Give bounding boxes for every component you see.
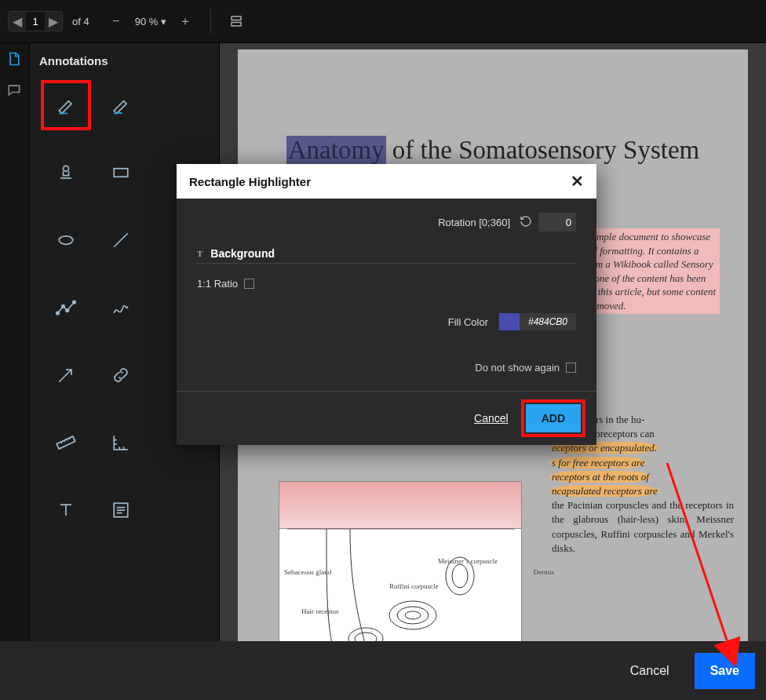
- orange-highlight: ncapsulated receptors are: [552, 485, 658, 497]
- dialog-footer: Cancel ADD: [177, 391, 596, 445]
- add-button-highlight: ADD: [526, 404, 581, 432]
- rotation-spinner: [520, 213, 576, 232]
- figure-label: Hair receptor: [301, 607, 339, 615]
- title-rest: of the Somatosensory System: [386, 136, 700, 164]
- polyline-tool[interactable]: [44, 286, 88, 330]
- ratio-row: 1:1 Ratio: [197, 278, 576, 290]
- text-icon: T: [197, 249, 202, 258]
- svg-rect-1: [232, 23, 241, 27]
- left-rail: [0, 43, 30, 641]
- zoom-in-button[interactable]: ＋: [174, 10, 196, 32]
- rectangle-highlighter-tool[interactable]: [44, 83, 88, 127]
- freehand-tool[interactable]: [99, 286, 143, 330]
- dialog-header: Rectangle Highlighter ✕: [177, 164, 596, 199]
- color-hex: #484CB0: [520, 313, 576, 330]
- svg-point-8: [73, 301, 76, 304]
- bottom-bar: Cancel Save: [0, 641, 766, 700]
- dialog-add-button[interactable]: ADD: [526, 404, 581, 432]
- do-not-show-row: Do not show again: [197, 362, 576, 374]
- save-button[interactable]: Save: [695, 653, 755, 689]
- annotations-title: Annotations: [39, 54, 210, 67]
- document-title: Anatomy of the Somatosensory System: [272, 136, 713, 165]
- ratio-checkbox[interactable]: [244, 279, 254, 289]
- zoom-out-button[interactable]: −: [105, 10, 127, 32]
- line-tool[interactable]: [99, 218, 143, 262]
- note-tool[interactable]: [99, 488, 143, 532]
- figure-label: Dermis: [534, 568, 555, 576]
- fill-color-row: Fill Color #484CB0: [197, 313, 576, 330]
- rectangle-tool[interactable]: [99, 151, 143, 195]
- ratio-label: 1:1 Ratio: [197, 278, 238, 290]
- svg-point-6: [62, 305, 65, 308]
- rotation-reset-icon[interactable]: [520, 215, 534, 229]
- highlighter-tool[interactable]: [99, 83, 143, 127]
- svg-point-4: [59, 236, 73, 245]
- do-not-show-checkbox[interactable]: [566, 363, 576, 373]
- rectangle-highlighter-dialog: Rectangle Highlighter ✕ Rotation [0;360]…: [177, 164, 596, 445]
- svg-point-11: [389, 601, 436, 629]
- layout-icon[interactable]: [225, 10, 247, 32]
- annotations-tab-icon[interactable]: [6, 51, 24, 68]
- stamp-tool[interactable]: [44, 151, 88, 195]
- cancel-button[interactable]: Cancel: [616, 654, 684, 687]
- svg-point-12: [397, 607, 429, 624]
- toolbar-separator: [210, 9, 211, 34]
- do-not-show-label: Do not show again: [475, 362, 560, 374]
- dialog-body: Rotation [0;360] T Background 1:1 Ratio …: [177, 199, 596, 391]
- ruler-tool[interactable]: [44, 421, 88, 465]
- svg-rect-9: [57, 436, 75, 449]
- close-icon[interactable]: ✕: [571, 172, 584, 191]
- zoom-value[interactable]: 90 % ▾: [135, 16, 167, 27]
- text-tool[interactable]: [44, 488, 88, 532]
- svg-point-13: [405, 611, 421, 619]
- figure-label: Meissner’s corpuscle: [438, 557, 498, 565]
- rotation-label: Rotation [0;360]: [438, 217, 510, 228]
- body-line: the Pacinian corpuscles and the receptor…: [552, 499, 734, 554]
- dialog-cancel-button[interactable]: Cancel: [474, 412, 509, 425]
- page-count-label: of 4: [72, 16, 89, 27]
- rotation-row: Rotation [0;360]: [197, 213, 576, 232]
- ellipse-tool[interactable]: [44, 218, 88, 262]
- top-toolbar: ◀ ▶ of 4 − 90 % ▾ ＋: [0, 0, 766, 43]
- orange-highlight: s for free receptors are: [552, 457, 644, 468]
- page-navigator: ◀ ▶: [8, 11, 63, 31]
- svg-point-14: [348, 628, 383, 641]
- figure-label: Ruffini corpuscle: [389, 582, 439, 590]
- svg-point-7: [66, 309, 69, 312]
- svg-rect-0: [232, 16, 241, 20]
- orange-highlight: eceptors or encapsulated.: [552, 442, 657, 454]
- orange-highlight: receptors at the roots of: [552, 471, 649, 483]
- chevron-down-icon: ▾: [161, 16, 166, 27]
- comments-tab-icon[interactable]: [6, 82, 24, 100]
- measure-tool[interactable]: [99, 421, 143, 465]
- background-section-title: T Background: [197, 247, 576, 264]
- anatomy-figure: Dermis Meissner’s corpuscle Sebaceous gl…: [279, 481, 522, 641]
- background-label: Background: [210, 247, 275, 260]
- next-page-button[interactable]: ▶: [45, 12, 62, 31]
- fill-color-swatch[interactable]: #484CB0: [499, 313, 576, 330]
- figure-label: Sebaceous gland: [284, 568, 331, 576]
- arrow-tool[interactable]: [44, 353, 88, 397]
- rotation-input[interactable]: [538, 213, 576, 232]
- color-preview: [499, 313, 520, 330]
- prev-page-button[interactable]: ◀: [9, 12, 26, 31]
- svg-rect-3: [114, 169, 128, 177]
- fill-color-label: Fill Color: [448, 316, 488, 328]
- svg-point-2: [64, 166, 69, 171]
- dialog-title: Rectangle Highlighter: [189, 175, 311, 188]
- zoom-value-text: 90 %: [135, 16, 159, 27]
- link-tool[interactable]: [99, 353, 143, 397]
- svg-point-5: [57, 312, 60, 315]
- highlighted-word: Anatomy: [286, 136, 386, 164]
- page-number-input[interactable]: [26, 12, 45, 31]
- zoom-controls: − 90 % ▾ ＋: [105, 10, 197, 32]
- svg-point-17: [452, 564, 468, 588]
